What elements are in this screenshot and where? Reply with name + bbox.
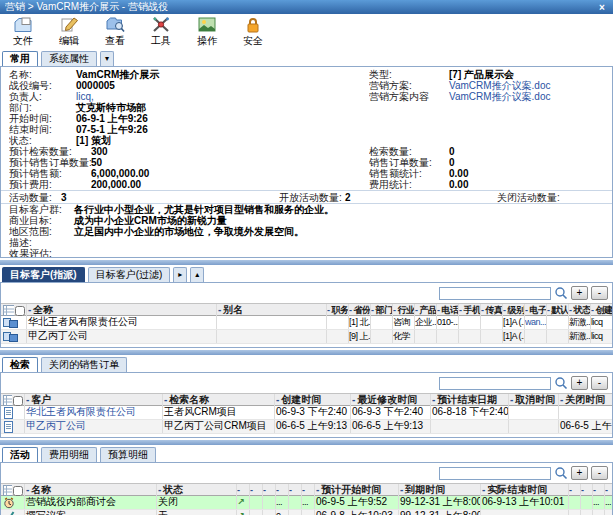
field-value: VamCRM推介展示 xyxy=(76,69,159,80)
cell: ... xyxy=(302,510,315,515)
field-value-link[interactable]: VamCRM推介议案.doc xyxy=(449,80,551,91)
cell: [1] 北... xyxy=(349,316,371,329)
add-button[interactable]: + xyxy=(571,466,588,480)
tab-budget-details[interactable]: 预算明细 xyxy=(100,447,156,462)
scroll-up-icon[interactable]: ▴ xyxy=(190,267,204,282)
cell: ... xyxy=(593,510,605,515)
tab-common[interactable]: 常用 xyxy=(2,51,38,66)
tab-target-accounts-assigned[interactable]: 目标客户(指派) xyxy=(2,267,85,282)
field-label: 状态: xyxy=(9,135,76,146)
field-value: [7] 产品展示会 xyxy=(449,69,514,80)
table-row[interactable]: 撰写议案无↗0...06-9-8 上午10:0399-12-31 上午8:00.… xyxy=(1,510,612,515)
account-icon xyxy=(1,316,27,329)
cell-link[interactable]: 华北王者风有限责任公司 xyxy=(26,406,136,417)
tab-search[interactable]: 检索 xyxy=(2,357,38,372)
cell-link[interactable]: 甲乙丙丁公司 xyxy=(26,420,86,431)
add-button[interactable]: + xyxy=(571,286,588,300)
cell xyxy=(263,496,276,509)
cell xyxy=(327,330,349,343)
cell: 06-6-5 上午9:13 xyxy=(351,420,431,433)
scroll-right-icon[interactable]: ▸ xyxy=(173,267,187,282)
cell xyxy=(481,316,503,329)
tools-button[interactable]: 工具 xyxy=(146,16,176,46)
search-icon[interactable] xyxy=(554,376,568,390)
field-value: 0.00 xyxy=(449,179,468,190)
table-row[interactable]: 营销战役内部商讨会关闭↗......06-9-5 上午9:5299-12-31 … xyxy=(1,496,612,510)
cell xyxy=(481,330,503,343)
field-value: 立足国内中小企业的市场地位，争取境外发展空间。 xyxy=(74,226,304,237)
operate-icon xyxy=(197,16,217,35)
cell: 华北王者风有限责任公司 xyxy=(27,316,217,329)
cell: 王者风CRM项目 xyxy=(163,406,275,419)
tab-target-accounts-filtered[interactable]: 目标客户(过滤) xyxy=(88,267,171,282)
cell: [1]A (... xyxy=(503,330,525,343)
field-value-link[interactable]: VamCRM推介议案.doc xyxy=(449,91,551,102)
cell: [9] 上... xyxy=(349,330,371,343)
tab-closed-sales-orders[interactable]: 关闭的销售订单 xyxy=(41,357,127,372)
remove-button[interactable]: - xyxy=(591,286,608,300)
field-value: [1] 策划 xyxy=(76,135,111,146)
main-tabs: 常用 系统属性 ▾ xyxy=(0,50,613,66)
select-all-checkbox[interactable] xyxy=(13,486,23,496)
search-input[interactable] xyxy=(439,467,551,480)
arrow-up-icon: ↗ xyxy=(237,496,250,509)
file-button[interactable]: 文件 xyxy=(8,16,38,46)
cell: 06-9-8 上午10:03 xyxy=(315,510,399,515)
field-label: 预计费用: xyxy=(9,179,91,190)
document-icon xyxy=(1,420,25,433)
field-label: 开始时间: xyxy=(9,113,76,124)
cell: 撰写议案 xyxy=(25,510,157,515)
field-value: 07-5-1 上午9:26 xyxy=(76,124,148,135)
account-icon xyxy=(1,330,27,343)
select-all-checkbox[interactable] xyxy=(13,396,23,406)
cell: 06-6-5 上午... xyxy=(559,420,612,433)
field-label: 预计销售订单数量: xyxy=(9,157,91,168)
alarm-icon xyxy=(1,496,25,509)
cell: licq xyxy=(591,316,612,329)
security-button[interactable]: 安全 xyxy=(238,16,268,46)
cell: 新激... xyxy=(569,316,591,329)
list-toolbar: + - xyxy=(1,283,612,303)
field-label: 销售订单数量: xyxy=(369,157,449,168)
add-button[interactable]: + xyxy=(571,376,588,390)
field-value: 3 xyxy=(61,191,279,204)
cell xyxy=(509,406,559,419)
tab-overflow-icon[interactable]: ▾ xyxy=(100,51,114,66)
table-row[interactable]: 甲乙丙丁公司[9] 上...化学[1]A (...新激...licq xyxy=(1,330,612,344)
field-value-link[interactable]: licq, xyxy=(76,91,94,102)
tools-icon xyxy=(151,16,171,35)
cell-link[interactable]: wan... xyxy=(525,317,546,327)
cell: 06-8-18 下午2:40 xyxy=(431,406,509,419)
search-input[interactable] xyxy=(439,377,551,390)
field-label: 营销方案内容 xyxy=(369,91,449,102)
cell xyxy=(481,510,569,515)
tab-activities[interactable]: 活动 xyxy=(2,447,38,462)
search-icon[interactable] xyxy=(554,466,568,480)
close-icon[interactable]: × xyxy=(596,2,608,13)
remove-button[interactable]: - xyxy=(591,376,608,390)
search-icon[interactable] xyxy=(554,286,568,300)
cell xyxy=(250,496,263,509)
select-all-checkbox[interactable] xyxy=(15,306,25,316)
table-row[interactable]: 华北王者风有限责任公司[1] 北...咨询企业...010-...[1]A (.… xyxy=(1,316,612,330)
field-label: 关闭活动数量: xyxy=(497,191,560,204)
field-label: 描述: xyxy=(9,237,74,248)
arrow-up-icon: ↗ xyxy=(237,510,250,515)
field-value: 300 xyxy=(91,146,108,157)
table-row[interactable]: 甲乙丙丁公司甲乙丙丁公司CRM项目06-6-5 上午9:1306-6-5 上午9… xyxy=(1,420,612,434)
cell: 新激... xyxy=(569,330,591,343)
field-value: 0.00 xyxy=(449,168,468,179)
field-value: 0 xyxy=(449,146,455,157)
view-button[interactable]: 查看 xyxy=(100,16,130,46)
tab-system-properties[interactable]: 系统属性 xyxy=(41,51,97,66)
tab-expense-details[interactable]: 费用明细 xyxy=(41,447,97,462)
search-input[interactable] xyxy=(439,287,551,300)
cell: 0 xyxy=(276,510,289,515)
edit-button[interactable]: 编辑 xyxy=(54,16,84,46)
remove-button[interactable]: - xyxy=(591,466,608,480)
cell: 甲乙丙丁公司 xyxy=(27,330,217,343)
cell: 99-12-31 上午8:00 xyxy=(399,510,481,515)
cell: 010-... xyxy=(437,316,459,329)
operate-button[interactable]: 操作 xyxy=(192,16,222,46)
table-row[interactable]: 华北王者风有限责任公司王者风CRM项目06-9-3 下午2:4006-9-3 下… xyxy=(1,406,612,420)
